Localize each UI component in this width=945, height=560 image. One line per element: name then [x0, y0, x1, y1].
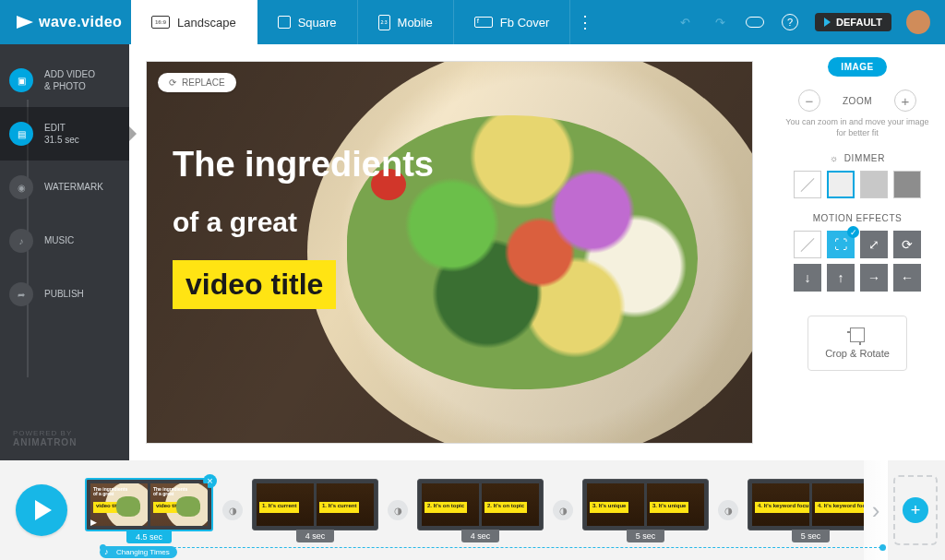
transition-button[interactable]: ◑	[553, 500, 573, 520]
publish-default-button[interactable]: DEFAULT	[815, 13, 891, 31]
sidebar-item-label: EDIT	[44, 123, 79, 134]
sidebar-item-add-media[interactable]: ▣ ADD VIDEO & PHOTO	[0, 44, 129, 107]
clip-4[interactable]: 3. It's unique3. It's unique5 sec	[582, 479, 709, 542]
dimmer-light[interactable]	[827, 171, 855, 198]
text-highlight: video title	[173, 260, 336, 309]
timeline: ×The ingredients of a greatvideo titleTh…	[0, 460, 945, 560]
undo-icon[interactable]: ↶	[675, 12, 695, 32]
motion-zoom-random[interactable]: ⛶	[827, 231, 855, 258]
dimmer-dark[interactable]	[893, 171, 921, 198]
dimmer-icon: ☼	[830, 153, 839, 163]
text-line-1: The ingredients	[173, 145, 434, 185]
motion-none[interactable]	[794, 231, 821, 258]
clip-thumb-b: 3. It's unique	[647, 483, 704, 526]
motion-zoom-in[interactable]: ⤢	[860, 231, 888, 258]
topbar: wave.video 16:9 Landscape Square 2:3 Mob…	[0, 0, 945, 44]
clip-thumb-b: 4. It's keyword focused	[812, 483, 864, 526]
clip-duration: 4 sec	[461, 530, 500, 542]
zoom-in-button[interactable]: +	[894, 89, 916, 112]
clip-body: 4. It's keyword focused4. It's keyword f…	[748, 479, 864, 530]
share-icon: ➦	[9, 282, 33, 306]
droplet-icon: ◉	[9, 175, 33, 199]
music-end-handle[interactable]	[879, 544, 886, 551]
tab-label: Mobile	[398, 16, 433, 30]
ratio-16-9-icon: 16:9	[151, 16, 170, 29]
help-icon[interactable]: ?	[780, 12, 800, 32]
sidebar-item-label: MUSIC	[44, 235, 74, 246]
tab-label: Landscape	[177, 16, 236, 30]
motion-rotate[interactable]: ⟳	[893, 231, 921, 258]
transition-button[interactable]: ◑	[222, 500, 243, 520]
dimmer-none[interactable]	[794, 171, 821, 198]
ratio-2-3-icon: 2:3	[378, 15, 390, 30]
tab-mobile[interactable]: 2:3 Mobile	[358, 0, 454, 44]
transition-button[interactable]: ◑	[388, 500, 408, 520]
replace-media-button[interactable]: ⟳ REPLACE	[158, 73, 236, 92]
crop-rotate-button[interactable]: Crop & Rotate	[807, 316, 907, 371]
zoom-out-button[interactable]: −	[798, 89, 820, 112]
clip-duration: 5 sec	[627, 530, 665, 542]
plus-icon: +	[903, 497, 928, 523]
clip-thumb-b: 2. It's on topic	[482, 483, 539, 526]
transition-button[interactable]: ◑	[718, 500, 738, 520]
clip-body: 3. It's unique3. It's unique	[582, 479, 709, 530]
add-scene-button[interactable]: +	[893, 475, 938, 545]
motion-label: MOTION EFFECTS	[813, 213, 903, 223]
sidebar-item-music[interactable]: ♪ MUSIC	[0, 214, 129, 268]
logo-mark-icon	[17, 16, 33, 29]
clip-thumb-a: 1. It's current	[257, 483, 314, 526]
dimmer-medium[interactable]	[860, 171, 888, 198]
sidebar-item-publish[interactable]: ➦ PUBLISH	[0, 268, 129, 321]
tab-label: Fb Cover	[500, 16, 549, 30]
clip-body: 1. It's current1. It's current	[252, 479, 378, 530]
clip-duration: 5 sec	[792, 530, 831, 542]
clip-body: 2. It's on topic2. It's on topic	[417, 479, 544, 530]
logo[interactable]: wave.video	[0, 14, 129, 30]
canvas-text[interactable]: The ingredients of a great video title	[173, 145, 434, 309]
clip-thumb-a: 4. It's keyword focused	[752, 483, 809, 526]
clip-thumb-a: 2. It's on topic	[422, 483, 479, 526]
add-media-icon: ▣	[9, 68, 33, 92]
motion-pan-left[interactable]: ←	[893, 264, 921, 292]
sidebar-item-label: PUBLISH	[44, 289, 84, 300]
sidebar-item-edit[interactable]: ▤ EDIT 31.5 sec	[0, 107, 129, 161]
clip-3[interactable]: 2. It's on topic2. It's on topic4 sec	[417, 479, 544, 542]
zoom-label: ZOOM	[843, 96, 872, 106]
tab-square[interactable]: Square	[257, 0, 358, 44]
sidebar-item-label: ADD VIDEO	[44, 69, 95, 80]
redo-icon[interactable]: ↷	[710, 12, 730, 32]
music-label: Changing Times	[100, 546, 177, 558]
clip-icon: ▤	[9, 122, 33, 146]
publish-label: DEFAULT	[836, 17, 882, 28]
clip-5[interactable]: 4. It's keyword focused4. It's keyword f…	[748, 479, 864, 542]
clip-thumb-b: The ingredients of a greatvideo title	[150, 483, 208, 526]
play-button-wrap	[0, 460, 83, 560]
clip-thumb-a: 3. It's unique	[587, 483, 644, 526]
zoom-hint: You can zoom in and move your image for …	[779, 117, 936, 138]
clips-strip: ×The ingredients of a greatvideo titleTh…	[83, 460, 864, 560]
dimmer-label: ☼ DIMMER	[830, 153, 885, 163]
user-avatar[interactable]	[906, 10, 930, 34]
clip-2[interactable]: 1. It's current1. It's current4 sec	[252, 479, 378, 542]
refresh-icon: ⟳	[169, 77, 176, 88]
motion-pan-up[interactable]: ↑	[827, 264, 855, 292]
image-mode-button[interactable]: IMAGE	[828, 57, 886, 77]
motion-pan-down[interactable]: ↓	[794, 264, 821, 292]
crop-label: Crop & Rotate	[825, 348, 890, 359]
clip-duration: 4.5 sec	[126, 530, 172, 543]
tab-fbcover[interactable]: f Fb Cover	[454, 0, 570, 44]
canvas[interactable]: ⟳ REPLACE The ingredients of a great vid…	[146, 61, 753, 444]
music-track[interactable]: Changing Times	[100, 547, 886, 558]
clip-duration: 4 sec	[296, 530, 335, 542]
clip-1[interactable]: ×The ingredients of a greatvideo titleTh…	[85, 478, 213, 543]
current-indicator-icon	[129, 126, 137, 141]
tab-more-button[interactable]: ⋮	[570, 0, 600, 44]
motion-pan-right[interactable]: →	[860, 264, 888, 292]
sidebar-item-watermark[interactable]: ◉ WATERMARK	[0, 161, 129, 214]
cloud-sync-icon[interactable]	[745, 12, 765, 32]
aspect-tabs: 16:9 Landscape Square 2:3 Mobile f Fb Co…	[131, 0, 600, 44]
clip-thumb-a: The ingredients of a greatvideo title	[90, 483, 148, 526]
play-button[interactable]	[16, 484, 67, 536]
replace-label: REPLACE	[182, 77, 225, 88]
tab-landscape[interactable]: 16:9 Landscape	[131, 0, 257, 44]
